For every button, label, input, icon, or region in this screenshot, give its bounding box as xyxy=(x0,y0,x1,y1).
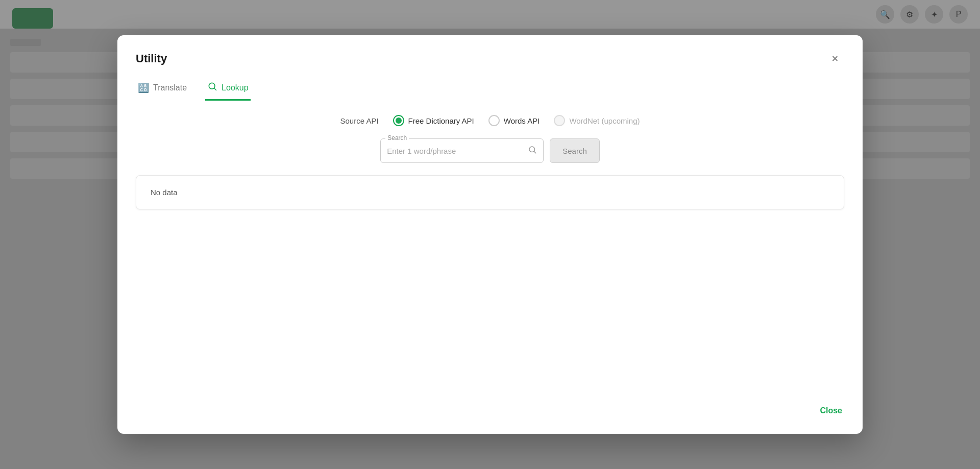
footer-close-button[interactable]: Close xyxy=(818,402,844,419)
search-field-wrapper: Search xyxy=(380,138,544,163)
radio-label-wordnet: WordNet (upcoming) xyxy=(569,116,640,125)
radio-label-free-dictionary: Free Dictionary API xyxy=(408,116,474,125)
no-data-card: No data xyxy=(136,175,844,209)
radio-circle-free-dictionary xyxy=(393,115,404,126)
tab-translate[interactable]: 🔠 Translate xyxy=(136,77,189,100)
tab-bar: 🔠 Translate Lookup xyxy=(117,68,863,101)
tab-translate-label: Translate xyxy=(153,83,187,92)
radio-wordnet: WordNet (upcoming) xyxy=(554,115,640,126)
tab-lookup-label: Lookup xyxy=(222,83,249,92)
lookup-icon xyxy=(207,81,217,94)
search-input-container xyxy=(380,138,544,163)
no-data-text: No data xyxy=(151,188,178,197)
modal-title: Utility xyxy=(136,52,167,65)
svg-line-3 xyxy=(534,151,536,153)
radio-circle-words-api xyxy=(488,115,500,126)
radio-circle-wordnet xyxy=(554,115,565,126)
modal-close-button[interactable]: × xyxy=(826,50,844,68)
radio-label-words-api: Words API xyxy=(504,116,540,125)
search-section: Search Search xyxy=(136,138,844,163)
search-field-label: Search xyxy=(385,134,409,142)
tab-lookup[interactable]: Lookup xyxy=(205,76,251,101)
translate-icon: 🔠 xyxy=(138,82,149,93)
svg-line-1 xyxy=(214,88,216,90)
utility-modal: Utility × 🔠 Translate Lookup xyxy=(117,35,863,434)
radio-words-api[interactable]: Words API xyxy=(488,115,540,126)
modal-body: Source API Free Dictionary API Words API… xyxy=(117,101,863,392)
search-input[interactable] xyxy=(387,147,524,155)
modal-footer: Close xyxy=(117,392,863,434)
radio-free-dictionary[interactable]: Free Dictionary API xyxy=(393,115,474,126)
modal-overlay: Utility × 🔠 Translate Lookup xyxy=(0,0,980,469)
source-api-label: Source API xyxy=(340,116,379,125)
search-icon xyxy=(528,145,537,157)
source-api-row: Source API Free Dictionary API Words API… xyxy=(136,115,844,126)
search-button[interactable]: Search xyxy=(550,138,600,163)
modal-header: Utility × xyxy=(117,35,863,68)
